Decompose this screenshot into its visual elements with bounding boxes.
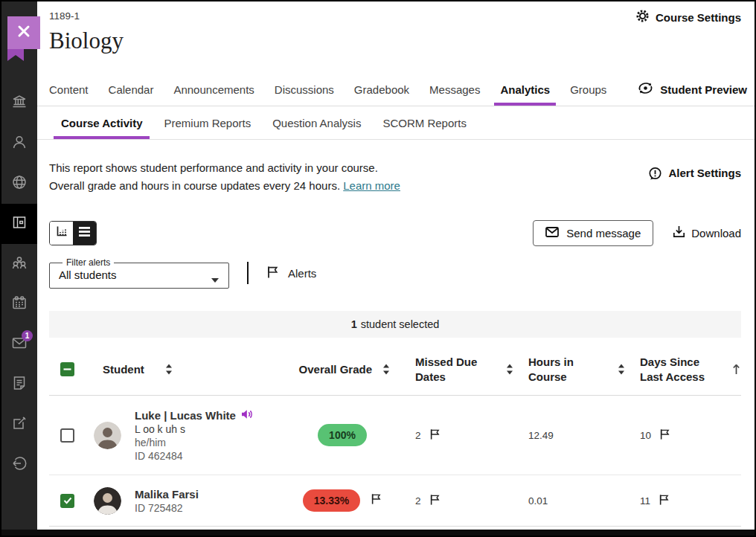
- student-preview-icon: [637, 81, 654, 97]
- subtab-scorm-reports[interactable]: SCORM Reports: [382, 106, 467, 139]
- column-header-hours-in-course: Hours in Course: [528, 355, 597, 385]
- close-course-button[interactable]: [7, 16, 40, 49]
- compose-icon: [10, 414, 28, 435]
- learn-more-link[interactable]: Learn more: [343, 179, 400, 192]
- report-description-line2: Overall grade and hours in course update…: [49, 179, 340, 192]
- separator: [247, 262, 249, 284]
- download-label: Download: [691, 227, 741, 239]
- missed-due-dates-value: 2: [415, 430, 421, 441]
- days-since-last-access-value: 11: [640, 495, 650, 507]
- selection-count: 1: [351, 318, 357, 330]
- send-message-button[interactable]: Send message: [533, 220, 653, 246]
- alert-settings-label: Alert Settings: [668, 167, 741, 179]
- student-preview-button[interactable]: Student Preview: [637, 81, 747, 97]
- report-description: This report shows student performance an…: [37, 159, 755, 195]
- sidebar-item-tools[interactable]: [1, 405, 37, 445]
- column-header-student: Student: [103, 362, 144, 377]
- course-nav: Content Calendar Announcements Discussio…: [37, 73, 755, 106]
- tab-groups[interactable]: Groups: [570, 73, 606, 106]
- filter-row: Filter alerts All students Alerts: [37, 257, 755, 289]
- alert-icon: [648, 167, 662, 183]
- row-checkbox[interactable]: [60, 428, 74, 443]
- sidebar-item-sign-out[interactable]: [1, 445, 37, 485]
- flag-icon: [371, 493, 382, 508]
- tab-calendar[interactable]: Calendar: [109, 73, 154, 106]
- tab-content[interactable]: Content: [49, 73, 89, 106]
- globe-icon: [10, 173, 28, 194]
- overall-grade-pill: 13.33%: [303, 489, 360, 512]
- tab-discussions[interactable]: Discussions: [275, 73, 334, 106]
- hours-in-course-value: 0.01: [528, 495, 548, 507]
- sort-missed-due-dates-button[interactable]: [504, 362, 515, 376]
- window-bottom-edge: [1, 530, 755, 536]
- sort-days-since-last-access-button[interactable]: [731, 362, 742, 376]
- table-row: Malika Farsi ID 725482 13.33% 2 0.01: [49, 475, 741, 527]
- sort-hours-in-course-button[interactable]: [616, 362, 627, 376]
- subtab-course-activity[interactable]: Course Activity: [61, 106, 142, 139]
- tab-messages[interactable]: Messages: [429, 73, 480, 106]
- calendar-icon: [10, 294, 28, 315]
- subtab-premium-reports[interactable]: Premium Reports: [164, 106, 251, 139]
- alerts-filter-label: Alerts: [288, 267, 316, 280]
- sign-out-icon: [10, 454, 28, 475]
- select-all-checkbox[interactable]: [60, 362, 74, 376]
- messages-unread-badge: 1: [22, 330, 33, 341]
- alerts-filter-toggle[interactable]: Alerts: [266, 266, 316, 281]
- bar-chart-icon: [56, 225, 68, 240]
- days-since-last-access-value: 10: [640, 430, 651, 441]
- flag-icon: [659, 428, 670, 443]
- grades-icon: [10, 374, 28, 395]
- filter-alerts-dropdown[interactable]: Filter alerts All students: [49, 257, 229, 289]
- sidebar-item-activity-stream[interactable]: [1, 164, 37, 204]
- tab-announcements[interactable]: Announcements: [173, 73, 254, 106]
- column-header-missed-due-dates: Missed Due Dates: [415, 355, 485, 385]
- student-id: ID 462484: [135, 450, 253, 462]
- tab-gradebook[interactable]: Gradebook: [354, 73, 409, 106]
- chevron-down-icon: [211, 278, 219, 283]
- gear-icon: [635, 9, 650, 25]
- student-pronunciation: L oo k uh s: [135, 423, 253, 435]
- alert-settings-button[interactable]: Alert Settings: [648, 159, 741, 195]
- selection-banner: 1 student selected: [49, 311, 741, 338]
- global-sidebar: 1: [1, 1, 37, 536]
- profile-icon: [10, 133, 28, 154]
- flag-icon: [659, 494, 670, 508]
- name-pronunciation-audio-icon[interactable]: [241, 409, 253, 422]
- close-icon: [16, 24, 31, 42]
- student-name[interactable]: Malika Farsi: [135, 488, 199, 501]
- list-view-button[interactable]: [73, 222, 96, 245]
- row-checkbox[interactable]: [60, 494, 74, 508]
- course-settings-button[interactable]: Course Settings: [635, 9, 741, 25]
- page-header: 1189-1 Biology Course Settings: [37, 1, 755, 73]
- sort-student-button[interactable]: [164, 362, 174, 376]
- student-name[interactable]: Luke | Lucas White: [135, 409, 236, 422]
- analytics-subnav: Course Activity Premium Reports Question…: [37, 106, 755, 140]
- download-icon: [673, 225, 685, 240]
- tab-analytics[interactable]: Analytics: [500, 73, 550, 106]
- avatar[interactable]: [94, 422, 121, 449]
- download-button[interactable]: Download: [673, 225, 741, 240]
- column-header-overall-grade: Overall Grade: [299, 362, 372, 377]
- course-analytics-window: 1 1189-1 Biology Course Settings: [0, 0, 756, 537]
- student-pronouns: he/him: [135, 437, 253, 448]
- sidebar-item-grades[interactable]: [1, 364, 37, 405]
- avatar[interactable]: [94, 487, 121, 515]
- courses-icon: [10, 213, 28, 234]
- sidebar-item-messages[interactable]: 1: [1, 324, 37, 364]
- student-id: ID 725482: [135, 502, 199, 514]
- flag-icon: [429, 428, 441, 443]
- filter-alerts-label: Filter alerts: [63, 257, 114, 268]
- sidebar-item-profile[interactable]: [1, 123, 37, 164]
- chart-view-button[interactable]: [50, 222, 73, 245]
- sidebar-item-courses[interactable]: [1, 204, 37, 244]
- flag-icon: [429, 494, 441, 508]
- sidebar-item-calendar[interactable]: [1, 284, 37, 324]
- organizations-icon: [10, 254, 28, 274]
- sidebar-item-organizations[interactable]: [1, 244, 37, 284]
- sidebar-item-institution[interactable]: [1, 83, 37, 123]
- sort-overall-grade-button[interactable]: [381, 362, 391, 376]
- missed-due-dates-value: 2: [415, 495, 421, 507]
- report-description-line1: This report shows student performance an…: [49, 159, 400, 177]
- subtab-question-analysis[interactable]: Question Analysis: [272, 106, 361, 139]
- flag-icon: [266, 266, 279, 281]
